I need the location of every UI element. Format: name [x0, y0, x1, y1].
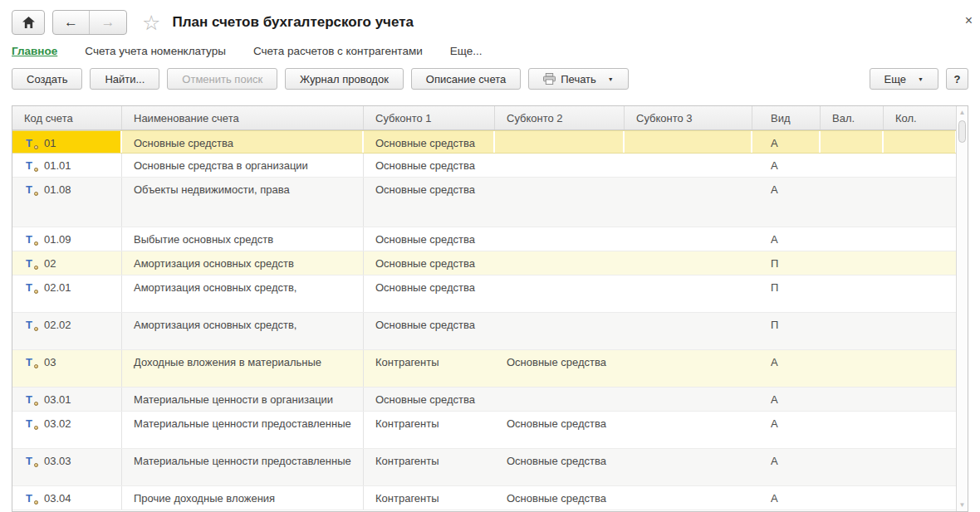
cell-name[interactable]: Материальные ценности предоставленные [122, 449, 364, 485]
cell-sub3[interactable] [625, 131, 752, 153]
cell-val[interactable] [821, 131, 884, 153]
cell-kol[interactable] [884, 154, 957, 177]
cell-name[interactable]: Амортизация основных средств [122, 251, 364, 275]
print-button[interactable]: Печать ▼ [528, 68, 629, 90]
cell-code[interactable]: Т01 [12, 131, 122, 153]
cell-name[interactable]: Выбытие основных средств [122, 227, 364, 251]
table-row-03.04[interactable]: Т03.04Прочие доходные вложенияКонтрагент… [12, 486, 957, 510]
forward-button[interactable]: → [90, 11, 126, 34]
table-row-03[interactable]: Т03Доходные вложения в материальныеКонтр… [12, 350, 957, 388]
cell-sub1[interactable]: Контрагенты [364, 350, 495, 387]
cancel-search-button[interactable]: Отменить поиск [167, 68, 277, 90]
cell-val[interactable] [821, 154, 884, 177]
cell-sub3[interactable] [625, 178, 752, 227]
favorite-star-icon[interactable]: ☆ [142, 12, 160, 33]
column-header-3[interactable]: Субконто 2 [495, 106, 625, 129]
cell-code[interactable]: Т03 [12, 350, 122, 387]
cell-vid[interactable]: П [752, 276, 821, 312]
cell-name[interactable]: Амортизация основных средств, [122, 276, 364, 312]
cell-sub1[interactable]: Основные средства [364, 227, 495, 251]
cell-name[interactable]: Доходные вложения в материальные [122, 350, 364, 387]
cell-code[interactable]: Т03.02 [12, 412, 122, 448]
cell-val[interactable] [821, 251, 884, 275]
cell-code[interactable]: Т02 [12, 251, 122, 275]
cell-code[interactable]: Т02.02 [12, 313, 122, 349]
table-row-02.01[interactable]: Т02.01Амортизация основных средств,Основ… [12, 276, 957, 313]
cell-code[interactable]: Т01.09 [12, 227, 122, 251]
cell-sub2[interactable]: Основные средства [495, 412, 625, 448]
cell-name[interactable]: Основные средства [122, 131, 364, 153]
cell-kol[interactable] [884, 178, 957, 227]
cell-sub2[interactable]: Основные средства [495, 486, 625, 510]
column-header-4[interactable]: Субконто 3 [625, 106, 752, 129]
cell-name[interactable]: Объекты недвижимости, права [122, 178, 364, 227]
cell-code[interactable]: Т03.04 [12, 486, 122, 510]
column-header-0[interactable]: Код счета [12, 106, 122, 129]
table-row-03.01[interactable]: Т03.01Материальные ценности в организаци… [12, 388, 957, 412]
cell-name[interactable]: Материальные ценности в организации [122, 388, 364, 411]
create-button[interactable]: Создать [12, 68, 82, 90]
cell-val[interactable] [821, 449, 884, 485]
tab-scheta-ucheta-nomenklatury[interactable]: Счета учета номенклатуры [85, 45, 226, 57]
table-row-02[interactable]: Т02Амортизация основных средствОсновные … [12, 251, 957, 276]
cell-sub1[interactable]: Основные средства [364, 131, 495, 153]
cell-val[interactable] [821, 486, 884, 510]
find-button[interactable]: Найти... [90, 68, 159, 90]
cell-vid[interactable]: А [752, 486, 821, 510]
cell-sub1[interactable]: Основные средства [364, 313, 495, 349]
cell-sub1[interactable]: Основные средства [364, 251, 495, 275]
cell-kol[interactable] [884, 251, 957, 275]
cell-kol[interactable] [884, 313, 957, 349]
cell-sub3[interactable] [625, 486, 752, 510]
cell-vid[interactable]: А [752, 178, 821, 227]
back-button[interactable]: ← [53, 11, 90, 34]
cell-vid[interactable]: П [752, 313, 821, 349]
cell-vid[interactable]: А [752, 350, 821, 387]
cell-kol[interactable] [884, 276, 957, 312]
cell-vid[interactable]: А [752, 449, 821, 485]
cell-sub2[interactable] [495, 131, 625, 153]
cell-sub2[interactable] [495, 276, 625, 312]
cell-val[interactable] [821, 350, 884, 387]
cell-vid[interactable]: П [752, 251, 821, 275]
cell-val[interactable] [821, 178, 884, 227]
cell-kol[interactable] [884, 486, 957, 510]
cell-sub3[interactable] [625, 227, 752, 251]
home-button[interactable] [12, 10, 45, 35]
cell-sub2[interactable] [495, 313, 625, 349]
cell-val[interactable] [821, 313, 884, 349]
tab-scheta-raschetov[interactable]: Счета расчетов с контрагентами [253, 45, 423, 57]
cell-sub3[interactable] [625, 276, 752, 312]
tab-more[interactable]: Еще... [450, 45, 483, 57]
close-icon[interactable]: × [965, 14, 973, 27]
cell-sub1[interactable]: Основные средства [364, 154, 495, 177]
cell-kol[interactable] [884, 388, 957, 411]
table-row-01.09[interactable]: Т01.09Выбытие основных средствОсновные с… [12, 227, 957, 251]
cell-sub1[interactable]: Контрагенты [364, 449, 495, 485]
journal-button[interactable]: Журнал проводок [285, 68, 404, 90]
cell-name[interactable]: Амортизация основных средств, [122, 313, 364, 349]
vertical-scrollbar[interactable]: ▲ ▼ [956, 106, 968, 511]
scroll-up-icon[interactable]: ▲ [957, 109, 968, 116]
cell-code[interactable]: Т02.01 [12, 276, 122, 312]
cell-vid[interactable]: А [752, 131, 821, 153]
cell-kol[interactable] [884, 131, 957, 153]
cell-val[interactable] [821, 227, 884, 251]
cell-kol[interactable] [884, 449, 957, 485]
tab-glavnoe[interactable]: Главное [12, 45, 57, 57]
cell-code[interactable]: Т01.08 [12, 178, 122, 227]
cell-sub1[interactable]: Основные средства [364, 178, 495, 227]
cell-name[interactable]: Прочие доходные вложения [122, 486, 364, 510]
cell-sub2[interactable] [495, 227, 625, 251]
column-header-7[interactable]: Кол. [884, 106, 957, 129]
help-button[interactable]: ? [946, 68, 968, 90]
table-row-03.02[interactable]: Т03.02Материальные ценности предоставлен… [12, 412, 957, 449]
scroll-down-icon[interactable]: ▼ [957, 501, 968, 509]
cell-name[interactable]: Материальные ценности предоставленные [122, 412, 364, 448]
cell-sub3[interactable] [625, 313, 752, 349]
table-row-01[interactable]: Т01Основные средстваОсновные средстваА [12, 130, 957, 154]
cell-sub2[interactable]: Основные средства [495, 350, 625, 387]
cell-sub2[interactable] [495, 251, 625, 275]
cell-val[interactable] [821, 412, 884, 448]
cell-sub1[interactable]: Основные средства [364, 276, 495, 312]
